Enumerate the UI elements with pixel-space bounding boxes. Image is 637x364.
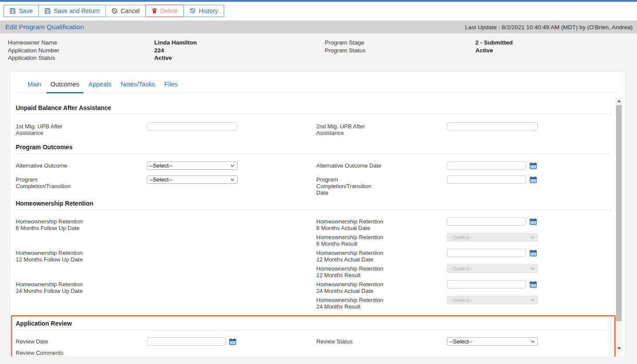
- summary-right-block: Program Stage 2 - Submitted Program Stat…: [325, 39, 513, 71]
- retention-6-months-group: Homeownership Retention 6 Months Follow …: [16, 217, 613, 249]
- calendar-icon[interactable]: [229, 338, 236, 345]
- retention-24m-result-select: --Select--: [447, 296, 537, 304]
- homeowner-name-value: Linda Hamilton: [154, 39, 325, 47]
- application-status-value: Active: [154, 54, 325, 62]
- history-button[interactable]: History: [183, 5, 224, 17]
- trash-icon: [152, 8, 157, 14]
- summary-left-block: Homeowner Name Linda Hamilton Applicatio…: [8, 39, 325, 71]
- section-heading-homeownership-retention: Homeownership Retention: [16, 196, 613, 210]
- main-panel: Main Outcomes Appeals Notes/Tasks Files …: [10, 71, 626, 357]
- retention-12m-result-select: --Select--: [447, 265, 537, 272]
- delete-button[interactable]: Delete: [145, 5, 184, 17]
- retention-12m-actual-date-label: Homeownership Retention 12 Months Actual…: [316, 249, 447, 263]
- review-status-select[interactable]: --Select--: [447, 338, 537, 345]
- page-title-bar: Edit Program Qualification Last Update :…: [0, 21, 637, 34]
- retention-12m-follow-up-label: Homeownership Retention 12 Months Follow…: [16, 249, 147, 263]
- application-number-value: 224: [154, 47, 325, 55]
- retention-12m-result-select-wrap: --Select--: [447, 264, 538, 273]
- retention-24m-result-label: Homeownership Retention 24 Months Result: [316, 296, 447, 310]
- retention-6m-actual-date-label: Homeownership Retention 6 Months Actual …: [316, 217, 447, 231]
- save-button-label: Save: [19, 7, 33, 14]
- tab-notes-tasks[interactable]: Notes/Tasks: [117, 81, 159, 93]
- retention-24m-actual-date-row: Homeownership Retention 24 Months Actual…: [316, 280, 613, 294]
- history-icon: [190, 8, 196, 14]
- retention-6m-result-row: Homeownership Retention 6 Months Result …: [316, 233, 613, 247]
- program-completion-date-label: Program Completion/Transition Date: [316, 175, 447, 196]
- save-and-return-button[interactable]: Save and Return: [38, 5, 106, 17]
- program-completion-date-input[interactable]: [447, 175, 526, 184]
- alternative-outcome-row: Alternative Outcome --Select-- Alternati…: [16, 161, 613, 170]
- calendar-icon[interactable]: [530, 281, 537, 288]
- program-completion-select[interactable]: --Select--: [147, 176, 237, 183]
- retention-24m-actual-date-input[interactable]: [447, 280, 526, 288]
- first-mtg-upb-label: 1st Mtg. UPB After Assistance: [16, 122, 147, 136]
- scrollbar-up-arrow[interactable]: [616, 97, 622, 105]
- tab-files[interactable]: Files: [160, 81, 182, 93]
- retention-24m-result-select-wrap: --Select--: [447, 296, 538, 304]
- scrollbar-down-arrow[interactable]: [616, 345, 622, 352]
- retention-6m-actual-date-row: Homeownership Retention 6 Months Actual …: [316, 217, 613, 231]
- section-heading-unpaid-balance: Unpaid Balance After Assistance: [16, 93, 613, 115]
- review-date-label: Review Date: [16, 337, 147, 345]
- panel-scrollbar[interactable]: [616, 97, 622, 352]
- cancel-button[interactable]: Cancel: [105, 5, 146, 17]
- tab-bar: Main Outcomes Appeals Notes/Tasks Files: [18, 72, 617, 93]
- retention-6m-follow-up-label: Homeownership Retention 6 Months Follow …: [16, 217, 147, 231]
- homeowner-name-label: Homeowner Name: [8, 39, 154, 47]
- tab-outcomes[interactable]: Outcomes: [46, 81, 83, 93]
- record-summary: Homeowner Name Linda Hamilton Applicatio…: [0, 34, 637, 71]
- alternative-outcome-select-wrap: --Select--: [147, 161, 238, 170]
- retention-24m-result-row: Homeownership Retention 24 Months Result…: [316, 296, 613, 310]
- second-mtg-upb-input[interactable]: [447, 122, 538, 130]
- application-review-highlight-box: Application Review Review Date Review St…: [11, 315, 616, 357]
- retention-12m-actual-date-input[interactable]: [447, 249, 526, 257]
- page-title: Edit Program Qualification: [5, 23, 84, 31]
- retention-12m-result-row: Homeownership Retention 12 Months Result…: [316, 264, 613, 278]
- program-completion-select-wrap: --Select--: [147, 175, 238, 184]
- calendar-icon[interactable]: [530, 176, 537, 183]
- alternative-outcome-select[interactable]: --Select--: [147, 162, 237, 169]
- review-comments-label: Review Comments: [16, 350, 608, 356]
- calendar-icon[interactable]: [530, 162, 537, 169]
- program-completion-row: Program Completion/Transition --Select--…: [16, 175, 613, 196]
- review-date-input[interactable]: [147, 337, 225, 346]
- tab-appeals[interactable]: Appeals: [85, 81, 115, 93]
- tab-main[interactable]: Main: [24, 81, 45, 93]
- toolbar-button-group: Save Save and Return Cancel Delete Histo…: [3, 5, 224, 17]
- review-date-row: Review Date Review Status --Select--: [16, 337, 608, 346]
- review-status-select-wrap: --Select--: [447, 337, 538, 346]
- save-button[interactable]: Save: [3, 5, 39, 17]
- first-mtg-upb-input[interactable]: [147, 122, 238, 130]
- retention-6m-result-select: --Select--: [447, 234, 537, 241]
- scrollbar-thumb[interactable]: [616, 105, 622, 321]
- retention-6m-result-select-wrap: --Select--: [447, 233, 538, 241]
- alternative-outcome-date-label: Alternative Outcome Date: [316, 161, 447, 169]
- calendar-icon[interactable]: [530, 250, 537, 257]
- save-and-return-button-label: Save and Return: [54, 7, 100, 14]
- alternative-outcome-label: Alternative Outcome: [16, 161, 147, 169]
- program-completion-label: Program Completion/Transition: [16, 175, 147, 189]
- last-update-text: Last Update : 8/2/2021 10:40:49 AM (MDT)…: [465, 24, 633, 31]
- program-status-label: Program Status: [325, 47, 475, 55]
- toolbar: Save Save and Return Cancel Delete Histo…: [0, 2, 637, 21]
- section-heading-application-review: Application Review: [16, 318, 608, 330]
- alternative-outcome-date-input[interactable]: [447, 161, 526, 170]
- triangle-up-icon: [617, 100, 621, 102]
- upb-row: 1st Mtg. UPB After Assistance 2nd Mtg. U…: [16, 122, 613, 136]
- save-icon: [45, 8, 51, 14]
- retention-6m-actual-date-input[interactable]: [447, 217, 526, 226]
- section-heading-program-outcomes: Program Outcomes: [16, 136, 613, 154]
- save-icon: [10, 8, 16, 14]
- second-mtg-upb-label: 2nd Mtg. UPB After Assistance: [316, 122, 447, 136]
- delete-button-label: Delete: [160, 7, 178, 14]
- cancel-button-label: Cancel: [121, 7, 140, 14]
- retention-12m-actual-date-row: Homeownership Retention 12 Months Actual…: [316, 249, 613, 263]
- retention-12-months-group: Homeownership Retention 12 Months Follow…: [16, 249, 613, 280]
- retention-24m-follow-up-label: Homeownership Retention 24 Months Follow…: [16, 280, 147, 294]
- retention-24-months-group: Homeownership Retention 24 Months Follow…: [16, 280, 613, 312]
- review-status-label: Review Status: [316, 337, 447, 345]
- cancel-icon: [111, 8, 118, 14]
- application-status-label: Application Status: [8, 54, 154, 62]
- calendar-icon[interactable]: [530, 218, 537, 225]
- retention-12m-result-label: Homeownership Retention 12 Months Result: [316, 264, 447, 278]
